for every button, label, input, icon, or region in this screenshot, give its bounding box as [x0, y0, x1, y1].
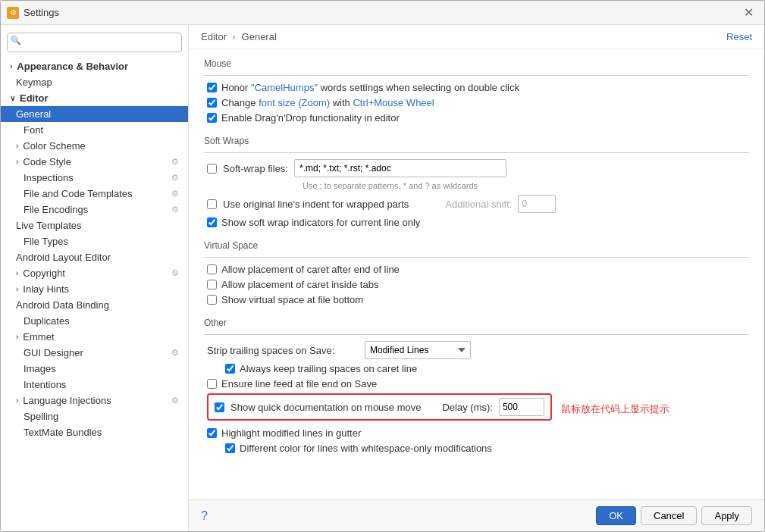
sidebar-item-copyright[interactable]: › Copyright ⚙	[1, 265, 188, 281]
breadcrumb-root: Editor	[201, 31, 227, 42]
sidebar-item-label: TextMate Bundles	[24, 427, 102, 438]
sidebar-item-intentions[interactable]: Intentions	[1, 377, 188, 393]
highlight-modified-checkbox[interactable]	[207, 428, 217, 438]
soft-wrap-files-row: Soft-wrap files: *.md; *.txt; *.rst; *.a…	[204, 159, 749, 177]
sidebar-item-file-code-templates[interactable]: File and Code Templates ⚙	[1, 186, 188, 202]
settings-icon: ⚙	[171, 348, 179, 358]
sidebar-item-android-layout-editor[interactable]: Android Layout Editor	[1, 249, 188, 265]
arrow-icon: ›	[16, 333, 18, 341]
caret-end-row: Allow placement of caret after end of li…	[204, 264, 749, 275]
original-indent-row: Use original line's indent for wrapped p…	[204, 195, 749, 213]
strip-trailing-select[interactable]: None All Modified Lines	[365, 341, 471, 359]
diff-color-checkbox[interactable]	[225, 443, 235, 453]
search-box[interactable]	[7, 33, 182, 52]
original-indent-checkbox[interactable]	[207, 199, 217, 209]
sidebar-item-spelling[interactable]: Spelling	[1, 408, 188, 424]
settings-icon: ⚙	[171, 205, 179, 214]
sidebar-item-label: Inspections	[24, 172, 74, 183]
soft-wrap-files-input[interactable]: *.md; *.txt; *.rst; *.adoc	[294, 159, 506, 177]
drag-drop-label: Enable Drag'n'Drop functionality in edit…	[221, 112, 400, 124]
other-section: Other Strip trailing spaces on Save: Non…	[204, 318, 749, 454]
soft-wraps-section-title: Soft Wraps	[204, 136, 749, 146]
font-zoom-row: Change font size (Zoom) with Ctrl+Mouse …	[204, 97, 749, 108]
virtual-space-section: Virtual Space Allow placement of caret a…	[204, 240, 749, 305]
breadcrumb-current: General	[242, 31, 277, 42]
quick-docs-checkbox[interactable]	[215, 402, 224, 412]
arrow-icon: ›	[16, 158, 18, 166]
mouse-section: Mouse Honor "CamelHumps" words settings …	[204, 58, 749, 124]
section-divider	[204, 152, 749, 153]
quick-docs-container: Show quick documentation on mouse move D…	[204, 393, 749, 424]
soft-wrap-files-checkbox[interactable]	[207, 164, 217, 174]
sidebar-item-file-encodings[interactable]: File Encodings ⚙	[1, 202, 188, 217]
font-zoom-checkbox[interactable]	[207, 98, 217, 108]
sidebar-item-gui-designer[interactable]: GUI Designer ⚙	[1, 345, 188, 361]
delay-label: Delay (ms):	[442, 402, 492, 413]
sidebar-item-duplicates[interactable]: Duplicates	[1, 313, 188, 329]
bottom-bar: ? OK Cancel Apply	[189, 499, 764, 531]
virtual-space-bottom-checkbox[interactable]	[207, 295, 217, 305]
settings-icon: ⚙	[171, 396, 179, 405]
sidebar-item-appearance[interactable]: › Appearance & Behavior	[1, 58, 188, 74]
settings-icon: ⚙	[171, 157, 179, 167]
wrap-indicators-checkbox[interactable]	[207, 217, 217, 227]
delay-input[interactable]: 500	[499, 398, 544, 416]
sidebar-item-images[interactable]: Images	[1, 361, 188, 377]
camel-humps-label: Honor "CamelHumps" words settings when s…	[221, 82, 519, 93]
sidebar-item-label: Android Layout Editor	[16, 252, 111, 263]
camel-humps-checkbox[interactable]	[207, 83, 217, 92]
mouse-section-title: Mouse	[204, 58, 749, 69]
sidebar-item-textmate-bundles[interactable]: TextMate Bundles	[1, 424, 188, 440]
sidebar-item-android-data-binding[interactable]: Android Data Binding	[1, 297, 188, 313]
sidebar-item-label: Font	[24, 124, 43, 136]
arrow-icon: ›	[10, 62, 12, 70]
arrow-icon: ∨	[10, 94, 15, 102]
breadcrumb: Editor › General	[201, 31, 277, 42]
quick-docs-label: Show quick documentation on mouse move	[230, 402, 421, 413]
soft-wrap-hint: Use ; to separate patterns, * and ? as w…	[204, 181, 749, 190]
sidebar-item-code-style[interactable]: › Code Style ⚙	[1, 154, 188, 170]
drag-drop-row: Enable Drag'n'Drop functionality in edit…	[204, 112, 749, 124]
sidebar-item-font[interactable]: Font	[1, 122, 188, 138]
keep-trailing-checkbox[interactable]	[225, 364, 235, 374]
sidebar-item-label: Intentions	[24, 379, 66, 390]
sidebar-item-inlay-hints[interactable]: › Inlay Hints	[1, 281, 188, 297]
title-bar-left: ⚙ Settings	[7, 7, 59, 19]
highlight-modified-label: Highlight modified lines in gutter	[221, 427, 361, 439]
caret-end-checkbox[interactable]	[207, 264, 217, 274]
sidebar-item-general[interactable]: General	[1, 106, 188, 122]
additional-shift-input[interactable]: 0	[518, 195, 556, 213]
sidebar-item-label: Images	[24, 363, 56, 374]
sidebar-item-editor[interactable]: ∨ Editor	[1, 90, 188, 106]
original-indent-label: Use original line's indent for wrapped p…	[223, 199, 409, 210]
wrap-indicators-label: Show soft wrap indicators for current li…	[221, 217, 420, 228]
help-button[interactable]: ?	[201, 509, 208, 523]
apply-button[interactable]: Apply	[701, 506, 752, 525]
other-section-title: Other	[204, 318, 749, 328]
annotation-text: 鼠标放在代码上显示提示	[561, 402, 669, 416]
line-feed-checkbox[interactable]	[207, 379, 217, 389]
sidebar-item-label: GUI Designer	[24, 347, 83, 358]
section-divider	[204, 257, 749, 258]
caret-tabs-checkbox[interactable]	[207, 280, 217, 289]
sidebar-item-emmet[interactable]: › Emmet	[1, 329, 188, 345]
drag-drop-checkbox[interactable]	[207, 113, 217, 123]
section-divider	[204, 75, 749, 76]
arrow-icon: ›	[16, 269, 18, 277]
panel-body: Mouse Honor "CamelHumps" words settings …	[189, 49, 764, 499]
sidebar-item-inspections[interactable]: Inspections ⚙	[1, 170, 188, 186]
ok-button[interactable]: OK	[596, 506, 636, 525]
sidebar-item-label: Spelling	[24, 411, 58, 422]
sidebar-item-language-injections[interactable]: › Language Injections ⚙	[1, 393, 188, 408]
cancel-button[interactable]: Cancel	[641, 506, 697, 525]
sidebar-item-file-types[interactable]: File Types	[1, 233, 188, 249]
reset-button[interactable]: Reset	[726, 31, 752, 42]
sidebar-item-color-scheme[interactable]: › Color Scheme	[1, 138, 188, 154]
virtual-space-bottom-row: Show virtual space at file bottom	[204, 294, 749, 305]
main-content: › Appearance & Behavior Keymap ∨ Editor …	[1, 25, 764, 531]
close-button[interactable]: ✕	[739, 4, 758, 21]
sidebar-item-keymap[interactable]: Keymap	[1, 74, 188, 90]
sidebar-item-label: Language Injections	[23, 395, 111, 406]
sidebar-item-live-templates[interactable]: Live Templates	[1, 217, 188, 233]
search-input[interactable]	[7, 33, 182, 52]
